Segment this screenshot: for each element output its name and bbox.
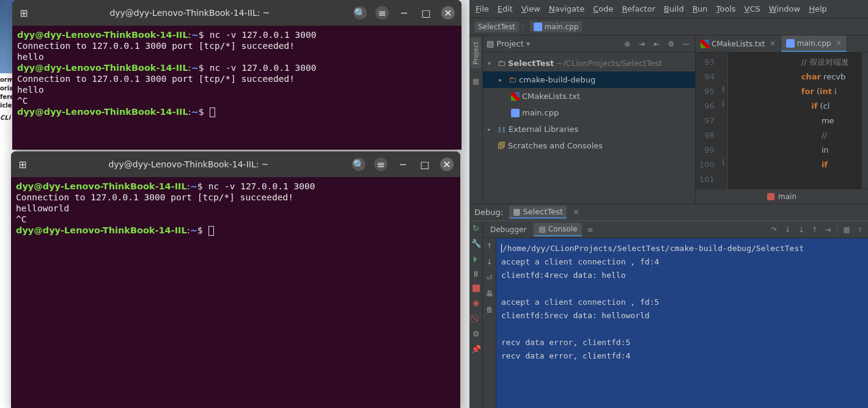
- menu-icon[interactable]: ≡: [371, 156, 391, 173]
- search-icon[interactable]: 🔍: [349, 156, 369, 173]
- navigation-bar[interactable]: SelectTest 〉 main.cpp: [469, 18, 868, 35]
- trace-icon[interactable]: ⫯: [855, 225, 866, 234]
- structure-tool-icon[interactable]: ▦: [473, 77, 479, 86]
- project-tree[interactable]: ▾🗀 SelectTest ~/CLionProjects/SelectTest…: [483, 53, 695, 203]
- pin-icon[interactable]: 📌: [471, 344, 482, 354]
- terminal1-titlebar[interactable]: ⊞ dyy@dyy-Lenovo-ThinkBook-14-IIL: ~ 🔍 ≡…: [12, 0, 462, 26]
- code-editor[interactable]: // 假设对端发char recvbfor (int i if (cl me /…: [728, 53, 862, 189]
- cmake-file-icon: [701, 40, 709, 48]
- gear-icon[interactable]: ⚙: [471, 329, 482, 338]
- menu-vcs[interactable]: VCS: [741, 3, 764, 15]
- force-step-into-icon[interactable]: ⤓: [796, 225, 807, 234]
- menu-edit[interactable]: Edit: [494, 3, 517, 15]
- mute-breakpoints-icon[interactable]: ⃠: [471, 313, 482, 323]
- collapse-icon[interactable]: ⇤: [651, 40, 662, 48]
- menu-tools[interactable]: Tools: [713, 3, 740, 15]
- breadcrumb-project[interactable]: SelectTest: [474, 21, 519, 32]
- debug-console[interactable]: /home/dyy/CLionProjects/SelectTest/cmake…: [496, 238, 868, 408]
- tab-debugger[interactable]: Debugger: [485, 224, 531, 236]
- evaluate-icon[interactable]: ▦: [841, 225, 852, 234]
- project-tool-button[interactable]: Project: [471, 38, 481, 68]
- menu-icon[interactable]: ≡: [372, 4, 392, 21]
- terminal-window-2[interactable]: ⊞ dyy@dyy-Lenovo-ThinkBook-14-IIL: ~ 🔍 ≡…: [11, 151, 460, 408]
- ide-window: FileEditViewNavigateCodeRefactorBuildRun…: [469, 0, 868, 408]
- debug-config[interactable]: ▦SelectTest: [509, 206, 567, 219]
- terminal-window-1[interactable]: ⊞ dyy@dyy-Lenovo-ThinkBook-14-IIL: ~ 🔍 ≡…: [12, 0, 462, 150]
- tree-folder-cmake-build[interactable]: ▸🗀 cmake-build-debug: [483, 71, 695, 88]
- cmake-file-icon: [511, 92, 520, 101]
- rerun-icon[interactable]: ↻: [471, 224, 482, 233]
- terminal2-body[interactable]: dyy@dyy-Lenovo-ThinkBook-14-IIL:~$ nc -v…: [11, 177, 460, 239]
- menu-help[interactable]: Help: [805, 3, 831, 15]
- menu-build[interactable]: Build: [660, 3, 688, 15]
- tab-main.cpp[interactable]: main.cpp✕: [781, 35, 847, 52]
- close-icon[interactable]: ✕: [438, 4, 458, 21]
- terminal1-body[interactable]: dyy@dyy-Lenovo-ThinkBook-14-IIL:~$ nc -v…: [12, 26, 462, 121]
- expand-icon[interactable]: ⇥: [636, 40, 647, 48]
- breadcrumb-file[interactable]: main.cpp: [530, 21, 583, 32]
- new-tab-icon[interactable]: ⊞: [15, 156, 31, 172]
- pause-icon[interactable]: ⏸: [471, 269, 482, 279]
- function-icon: [767, 193, 774, 200]
- step-into-icon[interactable]: ↓: [782, 225, 793, 234]
- line-number-gutter: 93949596979899100101102: [696, 53, 719, 189]
- down-icon[interactable]: ↓: [486, 258, 492, 266]
- menu-refactor[interactable]: Refactor: [618, 3, 659, 15]
- clear-icon[interactable]: 🗑: [486, 305, 493, 314]
- tree-external-libraries[interactable]: ▸⫿⫿ External Libraries: [483, 121, 695, 137]
- step-out-icon[interactable]: ↑: [809, 225, 820, 234]
- new-tab-icon[interactable]: ⊞: [16, 5, 32, 21]
- menu-window[interactable]: Window: [765, 3, 804, 15]
- stop-icon[interactable]: [473, 285, 480, 292]
- chevron-down-icon[interactable]: ▾: [526, 39, 531, 48]
- console-toolbar[interactable]: ↑ ↓ ⏎ 🖶 🗑: [483, 238, 496, 408]
- gear-icon[interactable]: ⚙: [666, 40, 677, 48]
- wrap-icon[interactable]: ⏎: [486, 274, 492, 282]
- wrench-icon[interactable]: 🔧: [471, 239, 482, 248]
- maximize-icon[interactable]: □: [415, 156, 435, 173]
- close-tab-icon[interactable]: ✕: [770, 40, 776, 48]
- terminal2-titlebar[interactable]: ⊞ dyy@dyy-Lenovo-ThinkBook-14-IIL: ~ 🔍 ≡…: [11, 151, 460, 177]
- breadcrumb-function-name: main: [778, 192, 796, 201]
- close-tab-icon[interactable]: ✕: [836, 39, 841, 47]
- left-tool-gutter[interactable]: Project ▦: [469, 35, 483, 203]
- debug-title: Debug:: [474, 208, 503, 217]
- run-to-cursor-icon[interactable]: ⇥: [823, 225, 834, 234]
- menu-file[interactable]: File: [472, 3, 493, 15]
- editor-tab-bar[interactable]: CMakeLists.txt✕main.cpp✕: [696, 35, 868, 53]
- more-icon[interactable]: ≡: [584, 225, 595, 234]
- close-icon[interactable]: ✕: [437, 156, 457, 173]
- editor-breadcrumb[interactable]: main: [696, 189, 868, 203]
- minimize-icon[interactable]: ─: [393, 156, 413, 173]
- vertical-scrollbar[interactable]: [862, 53, 868, 189]
- debug-toolbar-left[interactable]: ↻ 🔧 ⏵ ⏸ ◉ ⃠ ⚙ 📌: [469, 221, 483, 408]
- print-icon[interactable]: 🖶: [486, 290, 493, 298]
- tree-root[interactable]: ▾🗀 SelectTest ~/CLionProjects/SelectTest: [483, 55, 695, 71]
- resume-icon[interactable]: ⏵: [471, 254, 482, 263]
- close-debug-tab-icon[interactable]: ✕: [573, 208, 579, 217]
- search-icon[interactable]: 🔍: [350, 4, 370, 21]
- maximize-icon[interactable]: □: [416, 4, 436, 21]
- minimize-icon[interactable]: ─: [394, 4, 414, 21]
- debug-panel-header[interactable]: Debug: ▦SelectTest ✕: [469, 204, 868, 221]
- fold-gutter[interactable]: ┃┃┃: [719, 53, 728, 189]
- menu-code[interactable]: Code: [589, 3, 617, 15]
- up-icon[interactable]: ↑: [486, 242, 492, 250]
- terminal1-title: dyy@dyy-Lenovo-ThinkBook-14-IIL: ~: [32, 8, 348, 18]
- menu-bar[interactable]: FileEditViewNavigateCodeRefactorBuildRun…: [469, 0, 868, 18]
- step-over-icon[interactable]: ↷: [769, 225, 780, 234]
- locate-icon[interactable]: ⊕: [622, 40, 633, 48]
- view-breakpoints-icon[interactable]: ◉: [471, 298, 482, 307]
- menu-view[interactable]: View: [518, 3, 544, 15]
- tree-file-cmakelists[interactable]: CMakeLists.txt: [483, 88, 695, 104]
- tree-scratches[interactable]: ▸🗐 Scratches and Consoles: [483, 137, 695, 154]
- tree-file-maincpp[interactable]: main.cpp: [483, 104, 695, 121]
- menu-navigate[interactable]: Navigate: [545, 3, 588, 15]
- project-panel-header[interactable]: ▤ Project ▾ ⊕ ⇥ ⇤ ⚙ —: [483, 35, 695, 53]
- tab-console[interactable]: ▤Console: [534, 223, 582, 236]
- tab-CMakeLists.txt[interactable]: CMakeLists.txt✕: [696, 35, 781, 52]
- hide-icon[interactable]: —: [680, 40, 691, 48]
- folder-icon: 🗀: [498, 55, 506, 71]
- menu-run[interactable]: Run: [689, 3, 712, 15]
- debug-tab-bar[interactable]: Debugger ▤Console ≡ ↷ ↓ ⤓ ↑ ⇥ | ▦ ⫯: [483, 221, 868, 238]
